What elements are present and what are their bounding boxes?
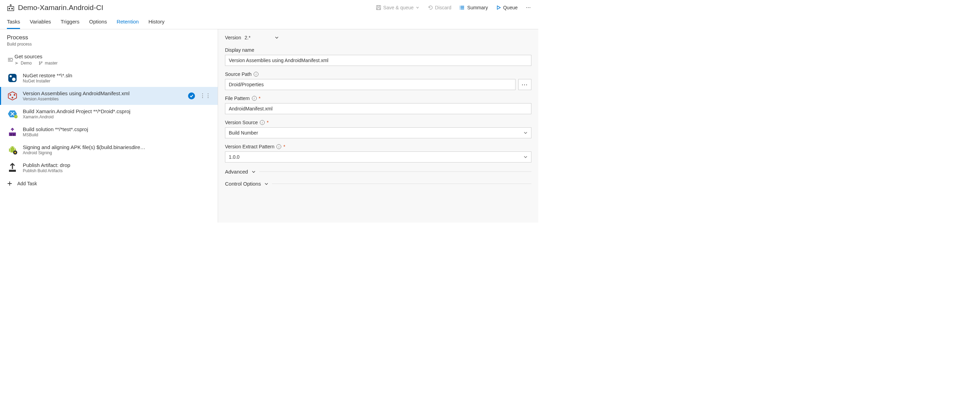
required-indicator: *: [283, 144, 285, 150]
task-sub: Publish Build Artifacts: [23, 168, 211, 173]
task-title: Build solution **/*test*.csproj: [23, 126, 211, 132]
task-version-assemblies[interactable]: Version Assemblies using AndroidManifest…: [0, 87, 218, 105]
task-text: Version Assemblies using AndroidManifest…: [23, 91, 183, 102]
process-header[interactable]: Process Build process: [0, 29, 218, 50]
branch-icon: [39, 61, 43, 65]
svg-rect-23: [9, 132, 16, 136]
control-options-label: Control Options: [225, 181, 261, 187]
tab-retention[interactable]: Retention: [117, 15, 139, 29]
repo-name: Demo: [21, 61, 32, 65]
display-name-input[interactable]: [225, 55, 531, 66]
advanced-label: Advanced: [225, 169, 248, 175]
android-icon: [7, 144, 18, 155]
more-icon: ⋯: [526, 5, 531, 10]
chevron-down-icon: [264, 182, 269, 186]
plus-icon: [7, 181, 13, 186]
info-icon[interactable]: i: [254, 72, 258, 76]
version-source-select[interactable]: Build Number: [225, 127, 531, 139]
sources-icon: [5, 54, 16, 65]
version-icon: [7, 91, 18, 102]
queue-label: Queue: [503, 5, 518, 10]
branch-badge: master: [39, 61, 57, 65]
info-icon[interactable]: i: [277, 144, 281, 149]
summary-button[interactable]: Summary: [460, 5, 488, 10]
browse-button[interactable]: ⋯: [518, 79, 531, 90]
task-title: Build Xamarin.Android Project **/*Droid*…: [23, 108, 211, 114]
pipeline-title: Demo-Xamarin.Android-CI: [18, 3, 103, 12]
task-xamarin-build[interactable]: Build Xamarin.Android Project **/*Droid*…: [0, 105, 218, 123]
source-path-label: Source Path i: [225, 72, 531, 77]
info-icon[interactable]: i: [252, 96, 257, 101]
display-name-field: Display name: [225, 47, 531, 66]
task-title: Publish Artifact: drop: [23, 162, 211, 168]
task-title: Signing and aligning APK file(s) $(build…: [23, 144, 211, 150]
svg-rect-31: [14, 152, 16, 153]
svg-marker-15: [8, 92, 17, 100]
tab-tasks[interactable]: Tasks: [7, 15, 20, 29]
info-icon[interactable]: i: [260, 120, 265, 125]
pipeline-icon: [7, 4, 14, 11]
save-and-queue-button[interactable]: Save & queue: [376, 5, 419, 10]
chevron-down-icon: [251, 170, 256, 174]
task-android-signing[interactable]: Signing and aligning APK file(s) $(build…: [0, 141, 218, 159]
control-options-section[interactable]: Control Options: [225, 181, 531, 187]
task-nuget[interactable]: NuGet restore **\*.sln NuGet Installer: [0, 69, 218, 87]
chevron-down-icon: [275, 35, 279, 40]
more-actions-button[interactable]: ⋯: [526, 5, 531, 10]
tab-history[interactable]: History: [148, 15, 165, 29]
version-source-label-text: Version Source: [225, 120, 258, 125]
header-actions: Save & queue Discard Summary Queue ⋯: [376, 5, 531, 10]
svg-point-9: [39, 62, 40, 63]
left-panel: Process Build process Get sources Demo m…: [0, 29, 218, 223]
branch-name: master: [45, 61, 57, 65]
tab-options[interactable]: Options: [89, 15, 107, 29]
task-sub: Version Assemblies: [23, 97, 183, 102]
save-queue-label: Save & queue: [383, 5, 414, 10]
process-sub: Build process: [7, 42, 211, 46]
version-source-field: Version Source i * Build Number: [225, 120, 531, 139]
file-pattern-label-text: File Pattern: [225, 96, 250, 101]
svg-point-16: [10, 94, 11, 96]
svg-point-14: [12, 78, 16, 81]
list-icon: [460, 5, 465, 10]
task-text: NuGet restore **\*.sln NuGet Installer: [23, 72, 211, 83]
summary-label: Summary: [467, 5, 488, 10]
task-title: Version Assemblies using AndroidManifest…: [23, 91, 183, 96]
svg-rect-26: [9, 148, 10, 152]
display-name-label: Display name: [225, 47, 531, 53]
svg-point-10: [41, 62, 43, 63]
task-text: Publish Artifact: drop Publish Build Art…: [23, 162, 211, 173]
tab-triggers[interactable]: Triggers: [61, 15, 80, 29]
drag-handle-icon[interactable]: ⋮⋮: [200, 93, 211, 99]
process-title: Process: [7, 34, 211, 41]
required-indicator: *: [259, 96, 261, 101]
version-extract-label-text: Version Extract Pattern: [225, 144, 274, 150]
svg-rect-25: [13, 134, 14, 136]
version-dropdown[interactable]: 2.*: [245, 35, 279, 40]
discard-button[interactable]: Discard: [428, 5, 451, 10]
svg-point-18: [12, 97, 13, 99]
required-indicator: *: [267, 120, 269, 125]
get-sources-row[interactable]: Get sources Demo master: [0, 50, 218, 69]
version-label: Version: [225, 35, 241, 40]
add-task-button[interactable]: Add Task: [0, 177, 218, 190]
task-title: NuGet restore **\*.sln: [23, 72, 211, 78]
tabs: Tasks Variables Triggers Options Retenti…: [0, 15, 538, 29]
source-path-input[interactable]: [225, 79, 515, 90]
task-publish-artifact[interactable]: Publish Artifact: drop Publish Build Art…: [0, 159, 218, 177]
tab-variables[interactable]: Variables: [30, 15, 51, 29]
repo-badge: Demo: [14, 61, 32, 65]
main: Process Build process Get sources Demo m…: [0, 29, 538, 223]
check-badge: [188, 92, 195, 99]
divider: [259, 172, 531, 172]
task-msbuild[interactable]: Build solution **/*test*.csproj MSBuild: [0, 123, 218, 141]
source-path-label-text: Source Path: [225, 72, 251, 77]
advanced-section[interactable]: Advanced: [225, 169, 531, 175]
file-pattern-input[interactable]: [225, 103, 531, 114]
get-sources-text: Get sources Demo master: [14, 54, 211, 65]
msbuild-icon: [7, 126, 18, 137]
svg-point-29: [13, 147, 14, 148]
queue-button[interactable]: Queue: [496, 5, 518, 10]
play-icon: [496, 5, 501, 10]
version-extract-select[interactable]: 1.0.0: [225, 151, 531, 162]
